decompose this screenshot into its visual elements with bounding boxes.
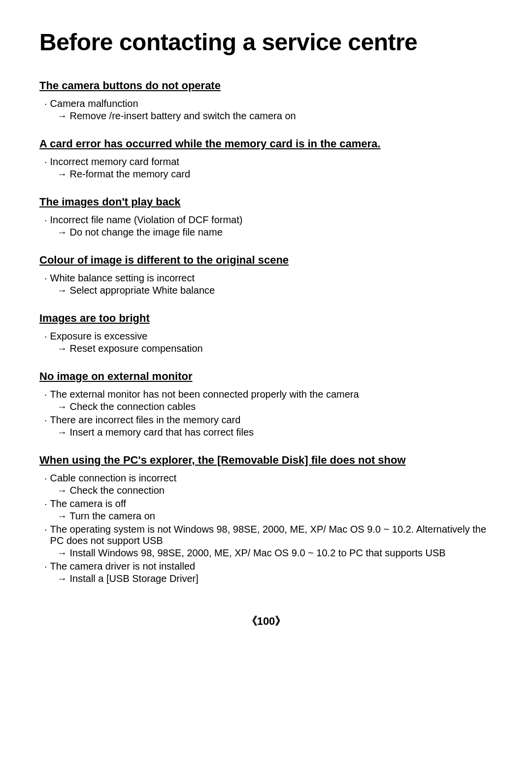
cause-block-card-error-0: ·Incorrect memory card format→ Re-format… (39, 156, 493, 180)
solution-text-removable-disk-3: → Install a [USB Storage Driver] (57, 573, 199, 584)
bullet-icon: · (44, 272, 47, 284)
cause-text-removable-disk-2: The operating system is not Windows 98, … (50, 524, 493, 546)
bullet-icon: · (44, 473, 47, 484)
cause-block-no-image-external-0: ·The external monitor has not been conne… (39, 389, 493, 412)
cause-text-removable-disk-0: Cable connection is incorrect (50, 473, 177, 484)
bullet-icon: · (44, 156, 47, 168)
cause-images-dont-play-0: ·Incorrect file name (Violation of DCF f… (44, 214, 493, 226)
solution-colour-different-0: → Select appropriate White balance (57, 285, 493, 296)
cause-text-images-dont-play-0: Incorrect file name (Violation of DCF fo… (50, 214, 243, 226)
content-sections: The camera buttons do not operate·Camera… (39, 79, 493, 584)
heading-card-error: A card error has occurred while the memo… (39, 137, 380, 150)
bullet-icon: · (44, 331, 47, 342)
cause-text-no-image-external-1: There are incorrect files in the memory … (50, 414, 241, 426)
cause-block-removable-disk-2: ·The operating system is not Windows 98,… (39, 524, 493, 559)
cause-block-colour-different-0: ·White balance setting is incorrect→ Sel… (39, 272, 493, 296)
cause-removable-disk-1: ·The camera is off (44, 498, 493, 509)
section-no-image-external: No image on external monitor·The externa… (39, 370, 493, 438)
page-number: 《100》 (39, 614, 493, 629)
solution-removable-disk-3: → Install a [USB Storage Driver] (57, 573, 493, 584)
solution-no-image-external-0: → Check the connection cables (57, 401, 493, 412)
cause-block-images-too-bright-0: ·Exposure is excessive→ Reset exposure c… (39, 331, 493, 354)
cause-text-removable-disk-3: The camera driver is not installed (50, 561, 196, 572)
solution-text-removable-disk-2: → Install Windows 98, 98SE, 2000, ME, XP… (57, 547, 446, 559)
solution-card-error-0: → Re-format the memory card (57, 169, 493, 180)
section-images-too-bright: Images are too bright·Exposure is excess… (39, 312, 493, 354)
cause-text-no-image-external-0: The external monitor has not been connec… (50, 389, 359, 400)
cause-colour-different-0: ·White balance setting is incorrect (44, 272, 493, 284)
section-card-error: A card error has occurred while the memo… (39, 137, 493, 180)
cause-text-colour-different-0: White balance setting is incorrect (50, 272, 195, 284)
cause-removable-disk-3: ·The camera driver is not installed (44, 561, 493, 572)
solution-text-removable-disk-1: → Turn the camera on (57, 510, 155, 522)
cause-block-images-dont-play-0: ·Incorrect file name (Violation of DCF f… (39, 214, 493, 238)
cause-block-no-image-external-1: ·There are incorrect files in the memory… (39, 414, 493, 438)
solution-text-camera-buttons-0: → Remove /re-insert battery and switch t… (57, 110, 296, 122)
cause-images-too-bright-0: ·Exposure is excessive (44, 331, 493, 342)
bullet-icon: · (44, 214, 47, 226)
cause-no-image-external-0: ·The external monitor has not been conne… (44, 389, 493, 400)
solution-text-removable-disk-0: → Check the connection (57, 485, 165, 496)
section-colour-different: Colour of image is different to the orig… (39, 254, 493, 296)
solution-text-no-image-external-0: → Check the connection cables (57, 401, 196, 412)
cause-removable-disk-2: ·The operating system is not Windows 98,… (44, 524, 493, 546)
solution-text-no-image-external-1: → Insert a memory card that has correct … (57, 427, 254, 438)
heading-images-too-bright: Images are too bright (39, 312, 150, 325)
solution-removable-disk-1: → Turn the camera on (57, 510, 493, 522)
cause-removable-disk-0: ·Cable connection is incorrect (44, 473, 493, 484)
heading-removable-disk: When using the PC's explorer, the [Remov… (39, 454, 406, 467)
solution-no-image-external-1: → Insert a memory card that has correct … (57, 427, 493, 438)
bullet-icon: · (44, 414, 47, 426)
solution-text-images-too-bright-0: → Reset exposure compensation (57, 343, 203, 354)
heading-camera-buttons: The camera buttons do not operate (39, 79, 221, 92)
cause-text-card-error-0: Incorrect memory card format (50, 156, 179, 168)
heading-no-image-external: No image on external monitor (39, 370, 193, 383)
cause-no-image-external-1: ·There are incorrect files in the memory… (44, 414, 493, 426)
heading-colour-different: Colour of image is different to the orig… (39, 254, 289, 267)
cause-block-removable-disk-3: ·The camera driver is not installed→ Ins… (39, 561, 493, 584)
solution-removable-disk-2: → Install Windows 98, 98SE, 2000, ME, XP… (57, 547, 493, 559)
solution-text-images-dont-play-0: → Do not change the image file name (57, 227, 223, 238)
cause-text-images-too-bright-0: Exposure is excessive (50, 331, 148, 342)
solution-text-colour-different-0: → Select appropriate White balance (57, 285, 215, 296)
solution-camera-buttons-0: → Remove /re-insert battery and switch t… (57, 110, 493, 122)
cause-text-removable-disk-1: The camera is off (50, 498, 126, 509)
cause-block-removable-disk-1: ·The camera is off→ Turn the camera on (39, 498, 493, 522)
cause-block-removable-disk-0: ·Cable connection is incorrect→ Check th… (39, 473, 493, 496)
section-removable-disk: When using the PC's explorer, the [Remov… (39, 454, 493, 584)
heading-images-dont-play: The images don't play back (39, 196, 180, 208)
cause-block-camera-buttons-0: ·Camera malfunction→ Remove /re-insert b… (39, 98, 493, 122)
cause-text-camera-buttons-0: Camera malfunction (50, 98, 138, 109)
solution-text-card-error-0: → Re-format the memory card (57, 169, 190, 180)
bullet-icon: · (44, 498, 47, 509)
solution-images-dont-play-0: → Do not change the image file name (57, 227, 493, 238)
section-images-dont-play: The images don't play back·Incorrect fil… (39, 196, 493, 238)
bullet-icon: · (44, 561, 47, 572)
bullet-icon: · (44, 389, 47, 400)
page-title: Before contacting a service centre (39, 30, 493, 56)
cause-camera-buttons-0: ·Camera malfunction (44, 98, 493, 109)
bullet-icon: · (44, 98, 47, 109)
cause-card-error-0: ·Incorrect memory card format (44, 156, 493, 168)
solution-removable-disk-0: → Check the connection (57, 485, 493, 496)
bullet-icon: · (44, 524, 47, 535)
solution-images-too-bright-0: → Reset exposure compensation (57, 343, 493, 354)
section-camera-buttons: The camera buttons do not operate·Camera… (39, 79, 493, 122)
